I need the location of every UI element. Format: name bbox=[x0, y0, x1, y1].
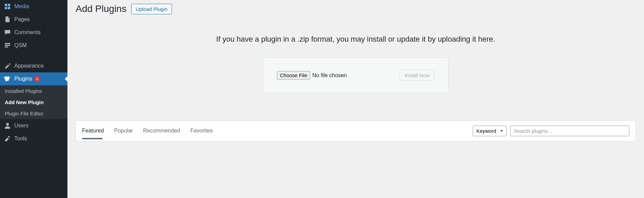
filter-tabs: Featured Popular Recommended Favorites bbox=[82, 128, 213, 139]
submenu-plugin-file-editor[interactable]: Plugin File Editor bbox=[0, 108, 67, 119]
sidebar-label: Comments bbox=[14, 29, 41, 36]
appearance-icon bbox=[4, 62, 11, 69]
choose-file-button[interactable]: Choose File bbox=[277, 71, 310, 80]
file-input-wrap: Choose File No file chosen bbox=[277, 71, 347, 80]
sidebar-label: Users bbox=[14, 123, 29, 129]
plugins-submenu: Installed Plugins Add New Plugin Plugin … bbox=[0, 85, 67, 119]
filter-right-controls: Keyword bbox=[473, 126, 629, 141]
sidebar-item-users[interactable]: Users bbox=[0, 119, 67, 132]
sidebar-label: Plugins bbox=[14, 76, 32, 82]
upload-description: If you have a plugin in a .zip format, y… bbox=[76, 35, 636, 44]
tab-recommended[interactable]: Recommended bbox=[143, 128, 180, 139]
sidebar-label: Tools bbox=[14, 136, 27, 142]
page-header: Add Plugins Upload Plugin bbox=[76, 0, 636, 14]
search-type-select[interactable]: Keyword bbox=[473, 126, 507, 136]
svg-point-3 bbox=[6, 123, 9, 126]
sidebar-item-qsm[interactable]: QSM bbox=[0, 39, 67, 52]
search-plugins-input[interactable] bbox=[510, 126, 629, 136]
sidebar-item-plugins[interactable]: Plugins 6 bbox=[0, 72, 67, 85]
file-status-text: No file chosen bbox=[312, 72, 347, 79]
media-icon bbox=[4, 3, 11, 10]
tools-icon bbox=[4, 135, 11, 142]
sidebar-label: QSM bbox=[14, 42, 27, 48]
qsm-icon bbox=[4, 42, 11, 49]
svg-rect-0 bbox=[5, 43, 10, 44]
main-content: Add Plugins Upload Plugin If you have a … bbox=[67, 0, 644, 198]
sidebar-label: Appearance bbox=[14, 63, 44, 69]
chevron-down-icon bbox=[499, 128, 504, 134]
svg-rect-1 bbox=[5, 45, 10, 46]
comments-icon bbox=[4, 29, 11, 36]
sidebar-item-media[interactable]: Media bbox=[0, 0, 67, 13]
install-now-button[interactable]: Install Now bbox=[399, 70, 435, 81]
sidebar-separator bbox=[0, 52, 67, 59]
pages-icon bbox=[4, 16, 11, 23]
admin-sidebar: Media Pages Comments QSM Appearance Plug… bbox=[0, 0, 67, 198]
sidebar-item-comments[interactable]: Comments bbox=[0, 26, 67, 39]
submenu-add-new-plugin[interactable]: Add New Plugin bbox=[0, 97, 67, 108]
page-title: Add Plugins bbox=[76, 3, 126, 14]
plugins-update-badge: 6 bbox=[34, 76, 40, 82]
upload-plugin-button[interactable]: Upload Plugin bbox=[131, 4, 172, 14]
sidebar-label: Media bbox=[14, 3, 29, 10]
select-label: Keyword bbox=[476, 128, 496, 134]
sidebar-item-tools[interactable]: Tools bbox=[0, 132, 67, 145]
svg-rect-2 bbox=[5, 46, 8, 47]
sidebar-item-appearance[interactable]: Appearance bbox=[0, 59, 67, 72]
tab-featured[interactable]: Featured bbox=[82, 128, 104, 139]
sidebar-item-pages[interactable]: Pages bbox=[0, 13, 67, 26]
tab-popular[interactable]: Popular bbox=[114, 128, 133, 139]
upload-box: Choose File No file chosen Install Now bbox=[263, 57, 449, 93]
tab-favorites[interactable]: Favorites bbox=[190, 128, 213, 139]
sidebar-label: Pages bbox=[14, 16, 30, 23]
submenu-installed-plugins[interactable]: Installed Plugins bbox=[0, 85, 67, 97]
users-icon bbox=[4, 122, 11, 129]
plugins-icon bbox=[4, 75, 11, 82]
filter-bar: Featured Popular Recommended Favorites K… bbox=[76, 121, 636, 141]
